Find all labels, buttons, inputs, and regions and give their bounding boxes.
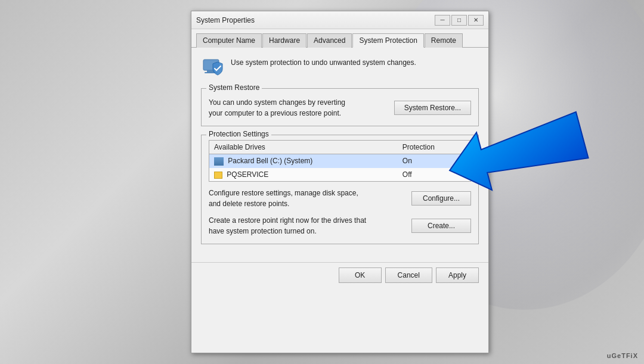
protection-settings-legend: Protection Settings <box>206 130 271 138</box>
apply-button[interactable]: Apply <box>436 267 479 283</box>
maximize-button[interactable]: □ <box>451 15 467 26</box>
col-header-drives: Available Drives <box>209 141 398 154</box>
minimize-button[interactable]: ─ <box>435 15 450 26</box>
tab-system-protection[interactable]: System Protection <box>352 33 423 48</box>
drive-protection: Off <box>398 168 471 182</box>
window-controls: ─ □ ✕ <box>435 15 484 26</box>
configure-desc: Configure restore settings, manage disk … <box>209 188 407 209</box>
table-row[interactable]: PQSERVICE Off <box>209 168 471 182</box>
ok-button[interactable]: OK <box>339 267 382 283</box>
drive-plain-icon <box>214 172 222 179</box>
tab-advanced[interactable]: Advanced <box>307 33 352 48</box>
configure-row: Configure restore settings, manage disk … <box>209 188 471 209</box>
intro-row: Use system protection to undo unwanted s… <box>201 55 479 79</box>
drive-protection: On <box>398 154 471 168</box>
watermark: uGeTFiX <box>607 352 638 359</box>
title-bar: System Properties ─ □ ✕ <box>191 11 488 29</box>
footer-buttons: OK Cancel Apply <box>191 262 488 290</box>
system-restore-desc: You can undo system changes by reverting… <box>209 97 388 119</box>
shield-icon <box>201 55 225 79</box>
tabs-container: Computer Name Hardware Advanced System P… <box>191 29 488 48</box>
system-properties-dialog: System Properties ─ □ ✕ Computer Name Ha… <box>191 11 489 353</box>
tab-hardware[interactable]: Hardware <box>262 33 306 48</box>
drive-name: PQSERVICE <box>209 168 398 182</box>
configure-button[interactable]: Configure... <box>411 191 471 206</box>
col-header-protection: Protection <box>398 141 471 154</box>
protection-settings-section: Protection Settings Available Drives Pro… <box>201 135 479 244</box>
table-row[interactable]: Packard Bell (C:) (System) On <box>209 154 471 168</box>
dialog-title: System Properties <box>196 16 255 24</box>
drives-table: Available Drives Protection Packard Bell… <box>209 140 471 182</box>
drive-system-icon <box>214 157 224 166</box>
tab-remote[interactable]: Remote <box>425 33 463 48</box>
intro-text: Use system protection to undo unwanted s… <box>231 57 416 68</box>
main-content: Use system protection to undo unwanted s… <box>191 48 488 260</box>
drive-name: Packard Bell (C:) (System) <box>209 154 398 168</box>
system-restore-row: You can undo system changes by reverting… <box>209 97 471 119</box>
close-button[interactable]: ✕ <box>468 15 484 26</box>
create-row: Create a restore point right now for the… <box>209 215 471 237</box>
system-restore-section: System Restore You can undo system chang… <box>201 88 479 126</box>
system-restore-button[interactable]: System Restore... <box>394 101 471 115</box>
create-desc: Create a restore point right now for the… <box>209 215 407 237</box>
tab-computer-name[interactable]: Computer Name <box>196 33 262 48</box>
create-button[interactable]: Create... <box>411 219 471 233</box>
system-restore-legend: System Restore <box>206 83 262 92</box>
cancel-button[interactable]: Cancel <box>385 267 432 283</box>
